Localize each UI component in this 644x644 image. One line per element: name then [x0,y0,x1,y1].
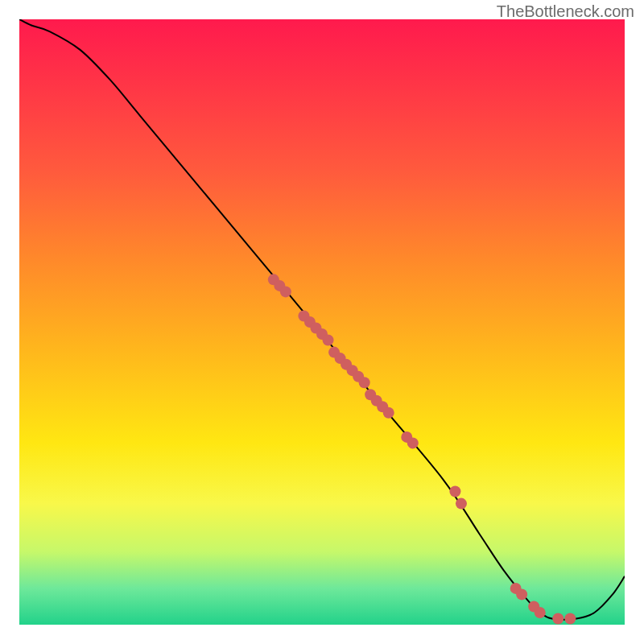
watermark-text: TheBottleneck.com [497,2,634,21]
data-point [280,286,291,297]
plot-svg [19,19,625,625]
curve-line [19,19,625,619]
data-point [516,588,527,600]
data-point [383,407,394,419]
chart-container: TheBottleneck.com [0,0,644,644]
data-point [449,486,460,497]
data-points-group [268,274,576,624]
plot-area [19,19,625,625]
data-point [359,377,370,388]
data-point [407,437,419,448]
data-point [552,613,564,624]
data-point [564,613,576,624]
data-point [535,607,546,618]
data-point [323,335,334,346]
data-point [456,498,467,510]
